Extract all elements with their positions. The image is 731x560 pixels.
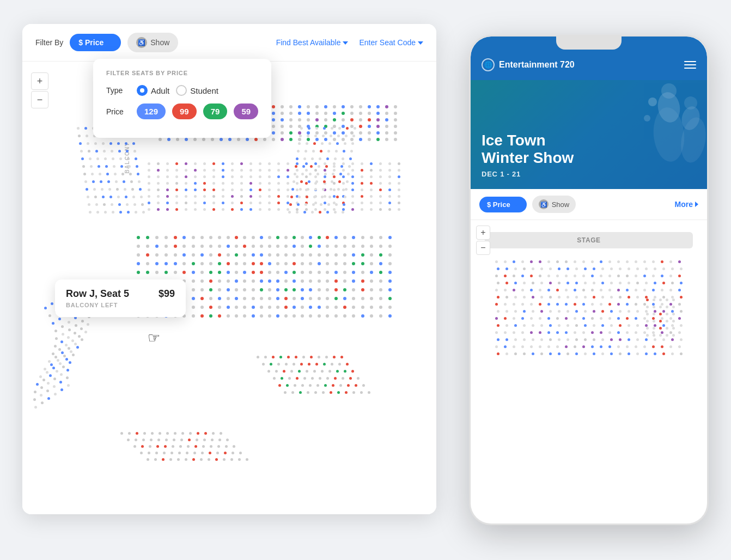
find-best-available-button[interactable]: Find Best Available: [276, 38, 349, 47]
type-label: Type: [106, 86, 130, 95]
price-label: Price: [106, 107, 130, 116]
enter-seat-code-button[interactable]: Enter Seat Code: [359, 38, 423, 47]
desktop-toolbar: Filter By $ Price ♿ Show Find Best Avail…: [22, 24, 436, 62]
price-filter-button[interactable]: $ Price: [70, 34, 121, 51]
adult-radio-circle: [137, 85, 148, 96]
mobile-filter-bar: $ Price ♿ Show More: [471, 189, 707, 220]
mobile-notch: [556, 36, 622, 50]
zoom-controls: + −: [31, 72, 48, 108]
price-badge-79[interactable]: 79: [203, 104, 228, 119]
find-best-chevron-icon: [343, 41, 348, 45]
mobile-zoom-out-button[interactable]: −: [476, 241, 490, 255]
mobile-price-chevron-icon: [514, 203, 519, 206]
adult-radio[interactable]: Adult: [137, 85, 169, 96]
right-actions: Find Best Available Enter Seat Code: [276, 38, 423, 47]
hero-dates: DEC 1 - 21: [482, 170, 574, 178]
mobile-seat-dots: [471, 255, 707, 462]
seat-price: $99: [159, 288, 175, 300]
seat-tooltip-main: Row J, Seat 5 $99: [66, 288, 175, 300]
price-badge-99[interactable]: 99: [172, 104, 197, 119]
hero-show-title: Ice Town Winter Show: [482, 132, 574, 167]
zoom-out-button[interactable]: −: [31, 91, 48, 108]
mobile-header-left: 🌐 Entertainment 720: [482, 58, 575, 71]
hero-background-art: [598, 80, 707, 189]
svg-point-4: [651, 106, 687, 163]
filter-popup-title: FILTER SEATS BY PRICE: [106, 70, 258, 76]
globe-icon: 🌐: [482, 58, 495, 71]
mobile-stage-label: STAGE: [485, 232, 693, 248]
mobile-hero: Ice Town Winter Show DEC 1 - 21: [471, 80, 707, 189]
svg-point-6: [648, 98, 657, 106]
svg-point-2: [661, 83, 677, 99]
mobile-app-title: Entertainment 720: [499, 60, 575, 70]
price-chevron-icon: [107, 41, 112, 45]
zoom-in-button[interactable]: +: [31, 72, 48, 90]
price-badge-59[interactable]: 59: [234, 104, 258, 119]
seat-section: BALCONY LEFT: [66, 302, 175, 308]
mobile-more-button[interactable]: More: [675, 200, 698, 209]
price-btn-label: $ Price: [78, 38, 103, 47]
hamburger-line-2: [684, 64, 696, 65]
mobile-price-button[interactable]: $ Price: [479, 197, 527, 212]
hero-text: Ice Town Winter Show DEC 1 - 21: [482, 132, 574, 178]
mobile-panel: 🌐 Entertainment 720: [469, 35, 709, 525]
hamburger-line-3: [684, 68, 696, 69]
mobile-show-button[interactable]: ♿ Show: [532, 196, 576, 213]
seat-name: Row J, Seat 5: [66, 288, 129, 300]
pointer-cursor: ☞: [148, 330, 160, 346]
student-radio-circle: [176, 85, 187, 96]
mobile-zoom-controls: + −: [476, 226, 490, 255]
accessibility-show-button[interactable]: ♿ Show: [127, 33, 178, 52]
hero-show-title-line2: Winter Show: [482, 149, 574, 166]
filter-price-popup: FILTER SEATS BY PRICE Type Adult Student…: [93, 59, 271, 138]
svg-point-3: [684, 96, 697, 109]
desktop-panel: Filter By $ Price ♿ Show Find Best Avail…: [22, 24, 436, 514]
filter-by-label: Filter By: [35, 38, 63, 47]
seat-tooltip: Row J, Seat 5 $99 BALCONY LEFT: [55, 279, 186, 317]
wheelchair-icon: ♿: [136, 37, 147, 48]
seat-code-chevron-icon: [418, 41, 423, 45]
price-badge-129[interactable]: 129: [137, 104, 166, 119]
mobile-content: 🌐 Entertainment 720: [471, 36, 707, 524]
show-btn-label: Show: [150, 38, 169, 47]
mobile-map[interactable]: + − STAGE: [471, 220, 707, 524]
student-radio[interactable]: Student: [176, 85, 218, 96]
hamburger-menu-button[interactable]: [684, 61, 696, 69]
hero-show-title-line1: Ice Town: [482, 132, 546, 149]
price-filter-row: Price 129 99 79 59: [106, 104, 258, 119]
mobile-zoom-in-button[interactable]: +: [476, 226, 490, 240]
type-filter-row: Type Adult Student: [106, 85, 258, 96]
mobile-show-btn-label: Show: [552, 200, 570, 209]
svg-point-7: [644, 115, 650, 121]
mobile-wheelchair-icon: ♿: [539, 199, 549, 209]
mobile-price-btn-label: $ Price: [487, 200, 510, 209]
more-chevron-icon: [695, 202, 698, 207]
hamburger-line-1: [684, 61, 696, 62]
